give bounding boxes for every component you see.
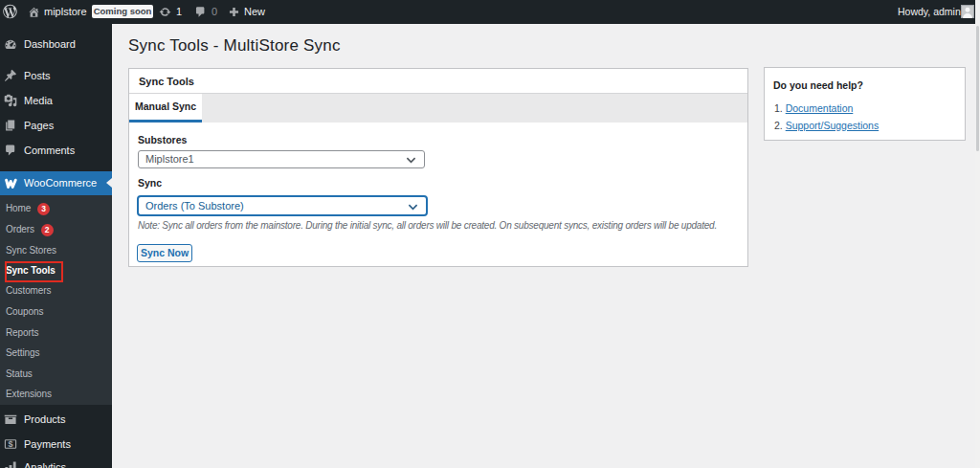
- svg-text:$: $: [8, 439, 12, 449]
